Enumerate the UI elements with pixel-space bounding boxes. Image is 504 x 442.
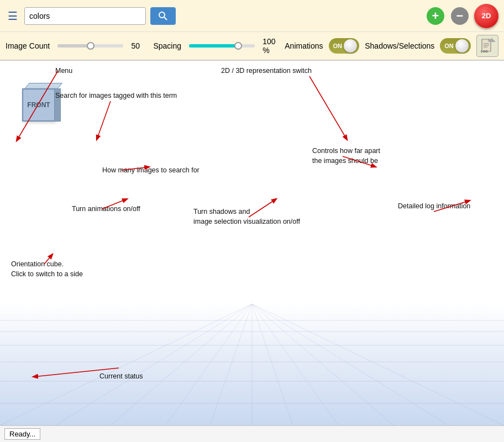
log-button[interactable]: LOG [476, 35, 498, 57]
orientation-cube[interactable]: FRONT [17, 83, 61, 127]
log-file-icon: LOG [480, 38, 495, 54]
annotation-spacing: Controls how far apartthe images should … [312, 146, 380, 166]
animations-label: Animations [285, 41, 323, 50]
search-button[interactable] [150, 7, 176, 25]
annotation-2d3d: 2D / 3D representation switch [221, 66, 312, 76]
grid-floor [0, 304, 504, 425]
controls-bar: Image Count 50 Spacing 100 % Animations … [0, 32, 504, 61]
svg-line-29 [309, 76, 347, 140]
annotation-log: Detailed log information [398, 202, 470, 212]
remove-icon: − [451, 7, 469, 25]
animations-toggle[interactable]: ON [329, 38, 360, 54]
annotation-search: Search for images tagged with this term [55, 91, 177, 101]
shadows-toggle-knob [455, 39, 469, 52]
animations-toggle-label: ON [333, 43, 343, 49]
annotation-animations: Turn animations on/off [72, 204, 140, 214]
svg-point-0 [159, 12, 165, 18]
main-canvas: FRONT Menu Search for images tagged with… [0, 61, 504, 425]
spacing-label: Spacing [153, 41, 181, 50]
image-count-label: Image Count [6, 41, 50, 50]
spacing-slider[interactable] [189, 44, 255, 48]
image-count-value: 50 [131, 41, 148, 50]
search-input[interactable] [24, 7, 146, 25]
shadows-toggle[interactable]: ON [440, 38, 471, 54]
add-icon: + [427, 7, 444, 25]
search-icon [158, 11, 168, 21]
log-icon: LOG [476, 35, 498, 57]
toolbar: ☰ + − 2D [0, 0, 504, 32]
svg-text:LOG: LOG [481, 50, 488, 53]
annotation-shadows: Turn shadows andimage selection visualiz… [193, 207, 300, 227]
status-text: Ready... [4, 428, 40, 440]
svg-line-1 [164, 17, 167, 20]
svg-line-28 [97, 101, 111, 140]
animations-toggle-knob [344, 39, 357, 52]
menu-button[interactable]: ☰ [6, 8, 20, 24]
remove-button[interactable]: − [450, 6, 470, 26]
add-button[interactable]: + [426, 6, 445, 26]
shadows-toggle-label: ON [444, 43, 454, 49]
annotation-menu: Menu [55, 66, 72, 76]
status-bar: Ready... [0, 425, 504, 442]
cube-front-face: FRONT [22, 88, 55, 122]
shadows-label: Shadows/Selections [365, 41, 434, 50]
annotation-image-count: How many images to search for [102, 166, 200, 176]
annotation-status: Current status [99, 372, 143, 382]
annotation-cube: Orientation cube.Click to switch to a si… [11, 260, 83, 279]
spacing-value: 100 % [262, 37, 279, 55]
view-2d-3d-button[interactable]: 2D [474, 4, 498, 28]
image-count-slider[interactable] [57, 44, 123, 48]
